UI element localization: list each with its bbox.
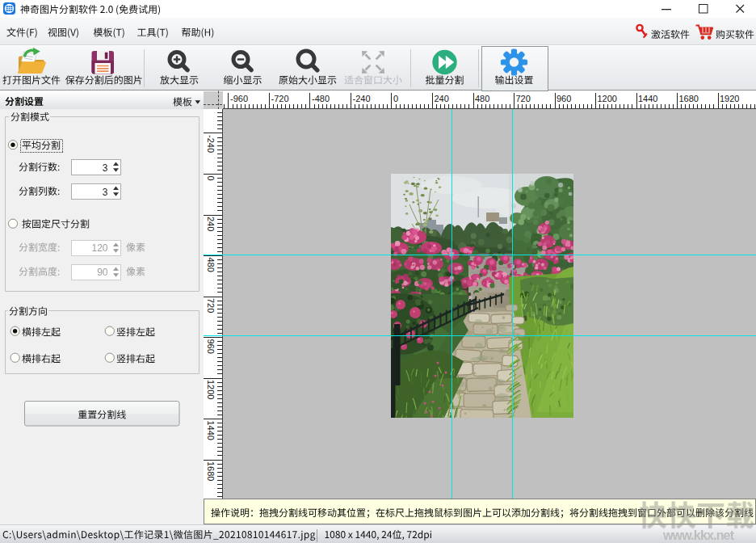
- svg-text:1440: 1440: [206, 421, 216, 440]
- svg-text:-480: -480: [312, 94, 330, 103]
- svg-text:240: 240: [206, 217, 216, 231]
- svg-text:1200: 1200: [598, 94, 617, 103]
- svg-text:www.kkx.net: www.kkx.net: [662, 528, 735, 542]
- svg-text:-240: -240: [353, 94, 371, 103]
- svg-text:3: 3: [103, 162, 108, 174]
- svg-text:0: 0: [393, 94, 398, 103]
- svg-text:1680: 1680: [679, 94, 699, 103]
- svg-text:3: 3: [103, 187, 108, 198]
- svg-text:1920: 1920: [720, 94, 739, 103]
- svg-text:960: 960: [206, 339, 216, 354]
- svg-text:-240: -240: [206, 135, 216, 153]
- svg-text:480: 480: [475, 94, 489, 103]
- svg-text:480: 480: [206, 258, 216, 272]
- svg-text:1440: 1440: [638, 94, 657, 103]
- svg-text:1200: 1200: [206, 380, 216, 399]
- svg-text:240: 240: [435, 94, 449, 103]
- svg-text:90: 90: [97, 267, 108, 278]
- svg-text:960: 960: [556, 94, 571, 103]
- svg-text:-720: -720: [271, 94, 289, 103]
- svg-text:120: 120: [91, 242, 107, 254]
- svg-text:720: 720: [206, 298, 216, 313]
- svg-text:1680: 1680: [206, 461, 216, 481]
- svg-text:0: 0: [206, 176, 216, 181]
- svg-text:-960: -960: [230, 94, 248, 103]
- svg-text:720: 720: [516, 94, 531, 103]
